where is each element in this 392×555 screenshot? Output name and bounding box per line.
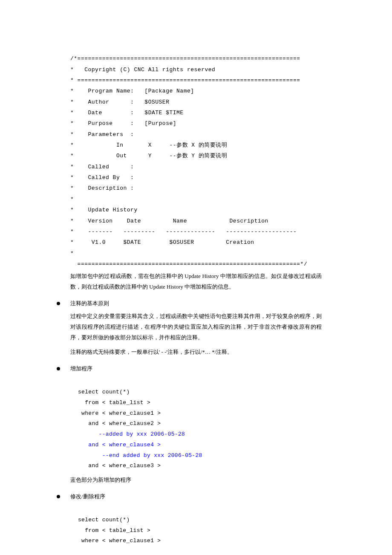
code-line: from < table_list > <box>78 399 150 406</box>
code-line: * Author : $OSUSER <box>70 99 169 105</box>
code-line: * Version Date Name Description <box>70 218 268 224</box>
code-line: * ======================================… <box>70 77 300 84</box>
bullet-label: 修改/删除程序 <box>70 491 105 502</box>
modify-delete-code-block: select count(*) from < table_list > wher… <box>78 504 322 546</box>
code-line: * Purpose : [Purpose] <box>70 120 176 127</box>
code-line: select count(*) <box>78 517 130 523</box>
code-line: from < table_list > <box>78 527 150 534</box>
paragraph-principle: 过程中定义的变量需要注释其含义，过程或函数中关键性语句也要注释其作用，对于较复杂… <box>70 311 322 343</box>
code-line: * Called By : <box>70 174 134 181</box>
code-line: * Called : <box>70 164 134 170</box>
code-line: * V1.0 $DATE $OSUSER Creation <box>70 239 254 246</box>
code-line: * Parameters : <box>70 131 134 138</box>
code-line: and < where_clause2 > <box>78 420 161 427</box>
code-line: * <box>70 196 74 202</box>
code-line: * Date : $DATE $TIME <box>70 110 184 116</box>
bullet-item: 注释的基本原则 <box>70 298 322 309</box>
paragraph-update-history: 如增加包中的过程或函数，需在包的注释中的 Update History 中增加相… <box>70 271 322 292</box>
code-line: where < where_clause1 > <box>78 538 161 544</box>
code-line: * Copyright (C) CNC All rights reserved <box>70 66 215 73</box>
code-line: ========================================… <box>70 261 307 267</box>
bullet-item: 增加程序 <box>70 364 322 374</box>
bullet-item: 修改/删除程序 <box>70 491 322 502</box>
bullet-icon <box>57 367 60 370</box>
add-program-code-block: select count(*) from < table_list > wher… <box>78 377 322 471</box>
code-line: * Out Y --参数 Y 的简要说明 <box>70 153 227 159</box>
bullet-label: 注释的基本原则 <box>70 298 109 309</box>
code-line-added: --end added by xxx 2006-05-28 <box>78 452 202 459</box>
code-line: and < where_clause3 > <box>78 462 161 469</box>
code-line-added: and < where_clause4 > <box>78 442 161 448</box>
bullet-icon <box>57 302 60 305</box>
code-line: /*======================================… <box>70 55 300 62</box>
paragraph-format: 注释的格式无特殊要求，一般单行以' - -'注释，多行以/*… */注释。 <box>70 347 322 358</box>
code-line-added: --added by xxx 2006-05-28 <box>78 431 185 437</box>
paragraph-blue-note: 蓝色部分为新增加的程序 <box>70 475 322 486</box>
code-line: * <box>70 250 74 257</box>
bullet-label: 增加程序 <box>70 364 92 374</box>
code-line: * In X --参数 X 的简要说明 <box>70 142 227 148</box>
code-line: * ------- --------- -------------- -----… <box>70 228 297 235</box>
code-line: * Description : <box>70 185 134 191</box>
code-line: * Program Name: [Package Name] <box>70 88 194 94</box>
code-line: * Update History <box>70 207 138 213</box>
bullet-icon <box>57 495 60 498</box>
code-line: where < where_clause1 > <box>78 410 161 416</box>
code-line: select count(*) <box>78 389 130 395</box>
comment-header-block: /*======================================… <box>70 43 322 269</box>
